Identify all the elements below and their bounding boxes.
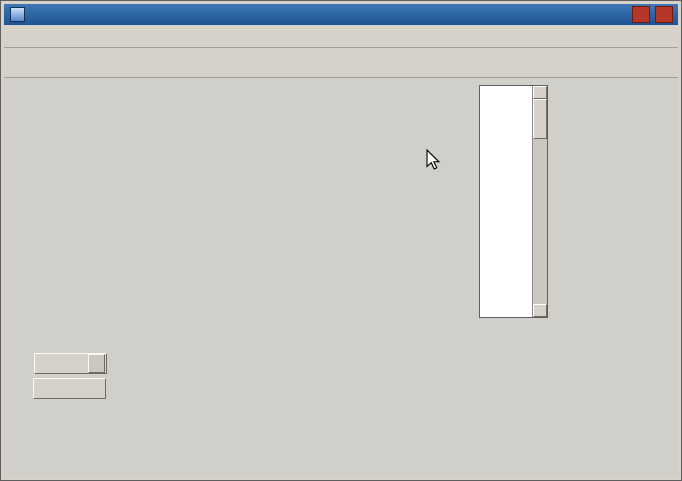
listbox-items (480, 86, 532, 317)
title-bar[interactable] (4, 4, 678, 25)
growth-dropdown[interactable] (34, 353, 107, 374)
growth-plot[interactable] (4, 78, 680, 479)
app-icon (10, 7, 25, 22)
continue-button[interactable] (33, 378, 106, 399)
mouse-cursor (426, 149, 441, 171)
scroll-up-icon[interactable] (533, 86, 547, 99)
close-button[interactable] (655, 6, 673, 23)
chevron-down-icon[interactable] (88, 354, 105, 373)
shade-button[interactable] (632, 6, 650, 23)
number-listbox[interactable] (479, 85, 548, 318)
listbox-scrollbar[interactable] (532, 86, 547, 317)
scroll-track[interactable] (533, 139, 547, 304)
scroll-down-icon[interactable] (533, 304, 547, 317)
menu-bar (4, 26, 678, 48)
app-window (0, 0, 682, 481)
scroll-thumb[interactable] (533, 99, 547, 139)
tool-bar (4, 48, 678, 78)
